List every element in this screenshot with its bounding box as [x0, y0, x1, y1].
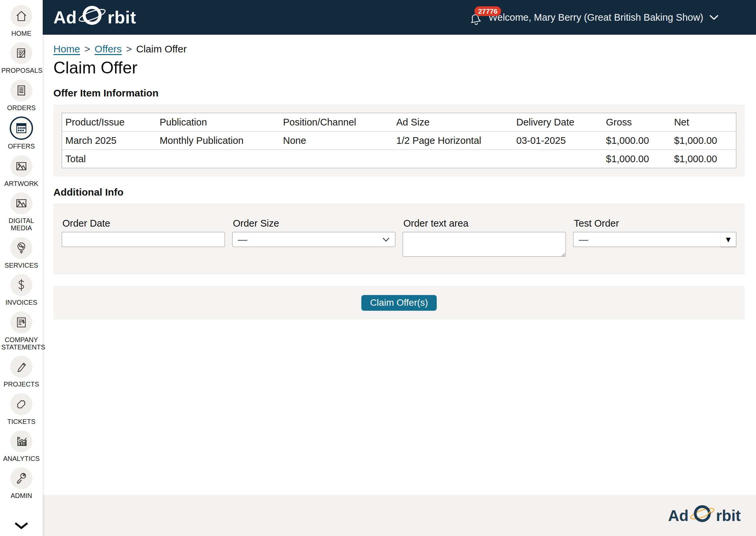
total-net: $1,000.00	[671, 150, 736, 168]
brand-text-ad: Ad	[53, 7, 77, 27]
table-header-row: Product/Issue Publication Position/Chann…	[62, 113, 736, 131]
image-icon	[14, 196, 29, 211]
sidebar-item-label: COMPANY STATEMENTS	[1, 336, 41, 351]
sidebar-item-digital-media[interactable]: DIGITAL MEDIA	[1, 192, 41, 232]
footer: Ad rbit	[43, 495, 756, 536]
cell-publication: Monthly Publication	[156, 131, 280, 150]
brand-text-ad: Ad	[668, 507, 689, 525]
top-header: Ad rbit 27776 Welcome, Mary	[43, 0, 756, 35]
column-header-publication: Publication	[156, 113, 280, 131]
lightbulb-gears-icon	[14, 241, 29, 255]
order-date-label: Order Date	[62, 218, 225, 229]
sidebar-item-label: ANALYTICS	[3, 455, 40, 462]
page: HOME PROPOSALS ORDERS	[0, 0, 756, 536]
breadcrumb-separator: >	[126, 43, 132, 55]
breadcrumb: Home > Offers > Claim Offer	[53, 43, 745, 55]
sidebar-item-label: ADMIN	[11, 492, 32, 499]
sidebar-item-projects[interactable]: PROJECTS	[4, 356, 39, 388]
sidebar-item-offers[interactable]: OFFERS	[8, 116, 35, 150]
order-date-input[interactable]	[62, 232, 225, 247]
user-menu-chevron-icon[interactable]	[709, 15, 719, 20]
claim-offers-button[interactable]: Claim Offer(s)	[361, 295, 437, 311]
footer-logo: Ad rbit	[668, 503, 741, 528]
statement-dollar-icon	[14, 315, 29, 330]
dropdown-triangle-icon[interactable]: ▼	[721, 232, 736, 247]
cell-delivery-date: 03-01-2025	[513, 131, 603, 150]
offer-item-information-heading: Offer Item Information	[53, 87, 745, 99]
cell-gross: $1,000.00	[603, 131, 671, 150]
order-text-area-field-group: Order text area	[403, 218, 566, 258]
order-text-area-label: Order text area	[403, 218, 566, 229]
home-icon	[14, 9, 29, 23]
notifications-button[interactable]: 27776	[469, 9, 484, 26]
cell-ad-size: 1/2 Page Horizontal	[393, 131, 513, 150]
column-header-delivery-date: Delivery Date	[513, 113, 603, 131]
image-icon	[14, 159, 29, 174]
sidebar-item-company-statements[interactable]: COMPANY STATEMENTS	[1, 311, 41, 351]
main-content: Home > Offers > Claim Offer Claim Offer …	[43, 35, 756, 495]
breadcrumb-current: Claim Offer	[136, 43, 186, 55]
user-menu-label[interactable]: Welcome, Mary Berry (Great British Bakin…	[488, 12, 703, 23]
cell-product-issue: March 2025	[62, 131, 156, 150]
sidebar-item-label: OFFERS	[8, 143, 35, 150]
total-gross: $1,000.00	[603, 150, 671, 168]
test-order-label: Test Order	[573, 218, 736, 229]
sidebar-item-label: TICKETS	[7, 418, 35, 425]
column-header-gross: Gross	[603, 113, 671, 131]
total-label: Total	[62, 150, 603, 168]
sidebar-item-tickets[interactable]: TICKETS	[7, 393, 35, 425]
sidebar-item-admin[interactable]: ADMIN	[10, 467, 32, 499]
test-order-select[interactable]: — ▼	[573, 232, 736, 247]
order-text-area-input[interactable]	[403, 232, 566, 257]
orbit-o-icon	[77, 4, 107, 31]
column-header-net: Net	[671, 113, 736, 131]
brand-logo[interactable]: Ad rbit	[53, 4, 136, 31]
test-order-selected-value: —	[579, 234, 588, 245]
ticket-icon	[14, 397, 29, 412]
sidebar-item-label: HOME	[11, 30, 31, 37]
order-size-label: Order Size	[232, 218, 395, 229]
pencil-icon	[14, 359, 29, 374]
sidebar-item-label: PROPOSALS	[1, 67, 41, 74]
additional-info-panel: Order Date Order Size — Order text area	[53, 204, 745, 274]
offer-table-panel: Product/Issue Publication Position/Chann…	[53, 104, 745, 177]
column-header-ad-size: Ad Size	[393, 113, 513, 131]
breadcrumb-link-home[interactable]: Home	[53, 43, 80, 55]
cell-net: $1,000.00	[671, 131, 736, 150]
sidebar-item-proposals[interactable]: PROPOSALS	[1, 42, 41, 74]
sidebar-item-label: INVOICES	[5, 299, 37, 306]
additional-info-heading: Additional Info	[53, 187, 745, 198]
sidebar-item-invoices[interactable]: INVOICES	[5, 274, 37, 306]
test-order-field-group: Test Order — ▼	[573, 218, 736, 247]
order-size-selected-value: —	[238, 234, 247, 245]
proposal-note-icon	[14, 46, 29, 60]
orbit-o-icon	[689, 503, 715, 528]
brand-text-rbit: rbit	[716, 507, 741, 525]
sidebar-item-services[interactable]: SERVICES	[5, 237, 38, 269]
column-header-position-channel: Position/Channel	[280, 113, 393, 131]
breadcrumb-separator: >	[84, 43, 90, 55]
brand-text-rbit: rbit	[107, 7, 136, 27]
calendar-grid-icon	[14, 121, 29, 136]
sidebar-item-analytics[interactable]: ANALYTICS	[3, 430, 40, 462]
chevron-down-icon	[382, 237, 390, 242]
breadcrumb-link-offers[interactable]: Offers	[95, 43, 122, 55]
table-row: March 2025 Monthly Publication None 1/2 …	[62, 131, 736, 150]
notification-count-badge: 27776	[474, 6, 501, 16]
sidebar-collapse-chevron-icon[interactable]	[14, 522, 29, 531]
cell-position-channel: None	[280, 131, 393, 150]
sidebar-item-label: SERVICES	[5, 262, 38, 269]
column-header-product-issue: Product/Issue	[62, 113, 156, 131]
sidebar: HOME PROPOSALS ORDERS	[0, 0, 43, 536]
header-right: 27776 Welcome, Mary Berry (Great British…	[469, 9, 719, 26]
sidebar-item-home[interactable]: HOME	[10, 5, 32, 37]
table-total-row: Total $1,000.00 $1,000.00	[62, 150, 736, 168]
order-size-field-group: Order Size —	[232, 218, 395, 247]
sidebar-item-label: PROJECTS	[4, 380, 39, 388]
sidebar-item-artwork[interactable]: ARTWORK	[4, 155, 38, 187]
order-size-select[interactable]: —	[232, 232, 395, 247]
sidebar-item-orders[interactable]: ORDERS	[7, 79, 36, 111]
bar-chart-icon	[14, 434, 29, 449]
page-title: Claim Offer	[53, 58, 745, 77]
sidebar-item-label: ARTWORK	[4, 180, 38, 187]
